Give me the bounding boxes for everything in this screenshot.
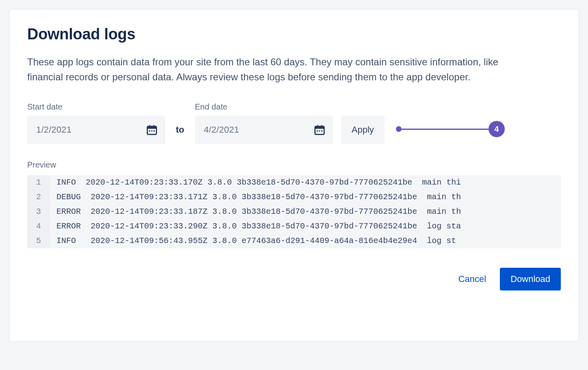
log-line: 1 INFO 2020-12-14T09:23:33.170Z 3.8.0 3b…	[27, 175, 561, 190]
download-logs-card: Download logs These app logs contain dat…	[9, 9, 579, 342]
line-number: 3	[27, 204, 50, 219]
start-date-label: Start date	[27, 102, 165, 112]
description-text: These app logs contain data from your si…	[27, 54, 531, 84]
log-line: 4 ERROR 2020-12-14T09:23:33.290Z 3.8.0 3…	[27, 219, 561, 234]
svg-rect-5	[151, 131, 153, 132]
cancel-button[interactable]: Cancel	[456, 270, 489, 288]
line-number: 1	[27, 175, 50, 190]
callout-dot-icon	[396, 126, 402, 132]
svg-rect-11	[317, 131, 318, 132]
start-date-value: 1/2/2021	[36, 125, 71, 135]
log-text: DEBUG 2020-12-14T09:23:33.171Z 3.8.0 3b3…	[50, 190, 461, 204]
svg-rect-3	[153, 125, 155, 127]
svg-rect-10	[321, 125, 322, 127]
svg-rect-13	[321, 131, 322, 132]
svg-rect-8	[315, 127, 324, 129]
end-date-value: 4/2/2021	[204, 125, 239, 135]
callout-annotation: 4	[396, 115, 505, 143]
callout-line	[402, 129, 489, 130]
svg-rect-6	[153, 131, 155, 132]
svg-rect-9	[317, 125, 318, 127]
preview-label: Preview	[27, 160, 561, 170]
svg-rect-1	[147, 127, 157, 129]
log-text: ERROR 2020-12-14T09:23:33.290Z 3.8.0 3b3…	[50, 219, 461, 234]
callout-number-badge: 4	[489, 121, 505, 137]
page-title: Download logs	[27, 26, 561, 43]
end-date-input[interactable]: 4/2/2021	[195, 116, 333, 144]
log-text: ERROR 2020-12-14T09:23:33.187Z 3.8.0 3b3…	[50, 204, 461, 219]
log-text: INFO 2020-12-14T09:23:33.170Z 3.8.0 3b33…	[50, 175, 461, 190]
calendar-icon[interactable]	[313, 124, 326, 136]
svg-rect-2	[149, 125, 151, 127]
start-date-input[interactable]: 1/2/2021	[27, 116, 165, 144]
date-range-row: Start date 1/2/2021 to En	[27, 102, 561, 144]
line-number: 5	[27, 234, 50, 248]
download-button[interactable]: Download	[500, 268, 561, 290]
calendar-icon[interactable]	[146, 124, 158, 136]
log-line: 2 DEBUG 2020-12-14T09:23:33.171Z 3.8.0 3…	[27, 190, 561, 204]
to-separator: to	[173, 116, 187, 144]
log-line: 3 ERROR 2020-12-14T09:23:33.187Z 3.8.0 3…	[27, 204, 561, 219]
log-line: 5 INFO 2020-12-14T09:56:43.955Z 3.8.0 e7…	[27, 234, 561, 248]
svg-rect-4	[149, 131, 150, 132]
end-date-label: End date	[195, 102, 333, 112]
log-text: INFO 2020-12-14T09:56:43.955Z 3.8.0 e774…	[50, 234, 456, 248]
end-date-group: End date 4/2/2021	[195, 102, 333, 144]
apply-button[interactable]: Apply	[341, 116, 385, 144]
log-preview: 1 INFO 2020-12-14T09:23:33.170Z 3.8.0 3b…	[27, 175, 561, 248]
dialog-actions: Cancel Download	[27, 268, 561, 290]
line-number: 2	[27, 190, 50, 204]
svg-rect-12	[319, 131, 320, 132]
line-number: 4	[27, 219, 50, 234]
start-date-group: Start date 1/2/2021	[27, 102, 165, 144]
